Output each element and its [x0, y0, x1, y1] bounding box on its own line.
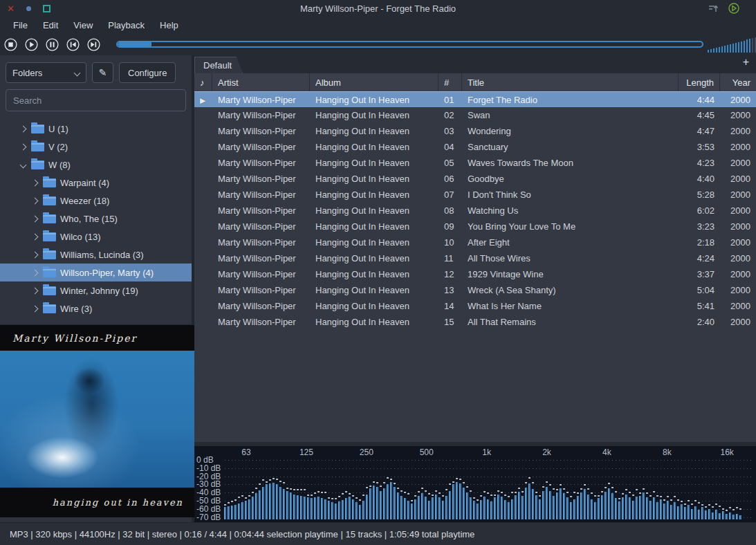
spectrum-bar [397, 492, 399, 519]
cell-length: 4:45 [679, 110, 720, 120]
table-row[interactable]: Marty Willson-PiperHanging Out In Heaven… [194, 314, 756, 330]
table-row[interactable]: Marty Willson-PiperHanging Out In Heaven… [194, 155, 756, 171]
volume-bar [713, 48, 714, 53]
menu-file[interactable]: File [6, 18, 35, 33]
column-length[interactable]: Length [679, 73, 720, 91]
spectrum-bar [234, 505, 237, 519]
cell-length: 2:18 [679, 237, 720, 248]
chevron-right-icon[interactable] [32, 269, 39, 276]
spectrum-bar [238, 504, 240, 519]
spectrum-bar [480, 500, 482, 519]
menu-view[interactable]: View [66, 18, 100, 33]
pause-button[interactable] [46, 38, 59, 51]
volume-bar [710, 49, 712, 53]
table-row[interactable]: Marty Willson-PiperHanging Out In Heaven… [194, 203, 756, 219]
column-note[interactable]: ♪ [194, 73, 212, 91]
cell-length: 3:23 [679, 221, 720, 232]
play-button[interactable] [25, 38, 38, 51]
table-row[interactable]: Marty Willson-PiperHanging Out In Heaven… [194, 187, 756, 203]
cell-year: 2000 [720, 237, 756, 248]
cell-year: 2000 [720, 110, 756, 120]
spectrum-bar [342, 500, 344, 519]
cell-album: Hanging Out In Heaven [310, 190, 439, 200]
table-row[interactable]: ▶Marty Willson-PiperHanging Out In Heave… [194, 91, 756, 107]
spectrum-bar [549, 491, 551, 519]
table-row[interactable]: Marty Willson-PiperHanging Out In Heaven… [194, 171, 756, 187]
chevron-right-icon[interactable] [32, 215, 39, 222]
volume-control[interactable] [708, 36, 756, 53]
seek-bar[interactable] [116, 41, 703, 48]
table-row[interactable]: Marty Willson-PiperHanging Out In Heaven… [194, 219, 756, 234]
tree-item-v-2[interactable]: V (2) [0, 138, 192, 156]
cell-number: 08 [439, 205, 462, 216]
search-input[interactable] [6, 89, 186, 111]
tree-item-weezer-18[interactable]: Weezer (18) [0, 192, 192, 210]
previous-button[interactable] [66, 38, 80, 51]
menu-help[interactable]: Help [152, 18, 186, 33]
table-row[interactable]: Marty Willson-PiperHanging Out In Heaven… [194, 123, 756, 139]
table-row[interactable]: Marty Willson-PiperHanging Out In Heaven… [194, 298, 756, 314]
table-row[interactable]: Marty Willson-PiperHanging Out In Heaven… [194, 250, 756, 266]
tree-item-warpaint-4[interactable]: Warpaint (4) [0, 174, 192, 192]
chevron-right-icon[interactable] [32, 197, 39, 204]
spectrum-bar [494, 497, 496, 519]
folder-icon [43, 268, 56, 277]
column-year[interactable]: Year [720, 73, 756, 91]
tree-item-williams-lucinda-3[interactable]: Williams, Lucinda (3) [0, 246, 192, 264]
column-artist[interactable]: Artist [212, 73, 310, 91]
tree-item-winter-johnny-19[interactable]: Winter, Johnny (19) [0, 281, 192, 299]
spectrum-bar [622, 497, 624, 519]
add-playlist-button[interactable]: + [743, 57, 749, 68]
table-row[interactable]: Marty Willson-PiperHanging Out In Heaven… [194, 266, 756, 282]
tree-item-w-8[interactable]: W (8) [0, 156, 192, 174]
spectrum-bar [504, 500, 506, 519]
table-row[interactable]: Marty Willson-PiperHanging Out In Heaven… [194, 107, 756, 123]
chevron-right-icon[interactable] [20, 143, 27, 150]
cell-number: 07 [439, 190, 462, 200]
cell-title: What Is Her Name [462, 301, 679, 311]
column-title[interactable]: Title [462, 73, 679, 91]
menu-playback[interactable]: Playback [100, 18, 152, 33]
collection-selector[interactable]: Folders [6, 62, 86, 83]
spectrum-bar [349, 497, 351, 519]
chevron-right-icon[interactable] [20, 125, 27, 132]
stop-button[interactable] [4, 38, 17, 51]
volume-bar [735, 43, 737, 53]
tab-default[interactable]: Default [194, 57, 243, 73]
column-number[interactable]: # [439, 73, 462, 91]
column-album[interactable]: Album [310, 73, 439, 91]
chevron-right-icon[interactable] [32, 233, 39, 240]
menu-edit[interactable]: Edit [35, 18, 66, 33]
table-row[interactable]: Marty Willson-PiperHanging Out In Heaven… [194, 139, 756, 155]
chevron-down-icon[interactable] [20, 161, 27, 168]
table-row[interactable]: Marty Willson-PiperHanging Out In Heaven… [194, 282, 756, 298]
table-row[interactable]: Marty Willson-PiperHanging Out In Heaven… [194, 234, 756, 250]
db-gridline [224, 477, 753, 477]
chevron-right-icon[interactable] [32, 287, 39, 294]
tree-item-u-1[interactable]: U (1) [0, 120, 192, 138]
spectrum-bar [324, 499, 326, 519]
edit-collection-button[interactable]: ✎ [92, 62, 113, 83]
volume-bar [732, 44, 734, 53]
spectrum-bar [566, 497, 569, 519]
next-button[interactable] [87, 38, 100, 51]
chevron-right-icon[interactable] [32, 251, 39, 258]
volume-bar [719, 47, 720, 53]
status-bar: MP3 | 320 kbps | 44100Hz | 32 bit | ster… [0, 522, 756, 545]
spectrum-bar [515, 495, 517, 519]
chevron-right-icon[interactable] [32, 179, 39, 186]
minimize-icon[interactable] [26, 6, 31, 11]
scroll-to-track-icon[interactable] [708, 4, 719, 13]
folder-icon [31, 160, 44, 169]
configure-button[interactable]: Configure [119, 62, 176, 83]
chevron-right-icon[interactable] [32, 305, 39, 312]
tree-item-who-the-15[interactable]: Who, The (15) [0, 210, 192, 228]
cell-number: 09 [439, 221, 462, 232]
tree-item-wire-3[interactable]: Wire (3) [0, 299, 192, 317]
spectrum-bar [698, 510, 700, 519]
maximize-icon[interactable] [43, 5, 50, 12]
tree-item-willson-piper-marty-4[interactable]: Willson-Piper, Marty (4) [0, 264, 192, 281]
tree-item-wilco-13[interactable]: Wilco (13) [0, 228, 192, 246]
folder-icon [31, 142, 44, 151]
close-icon[interactable]: ✕ [7, 4, 15, 13]
